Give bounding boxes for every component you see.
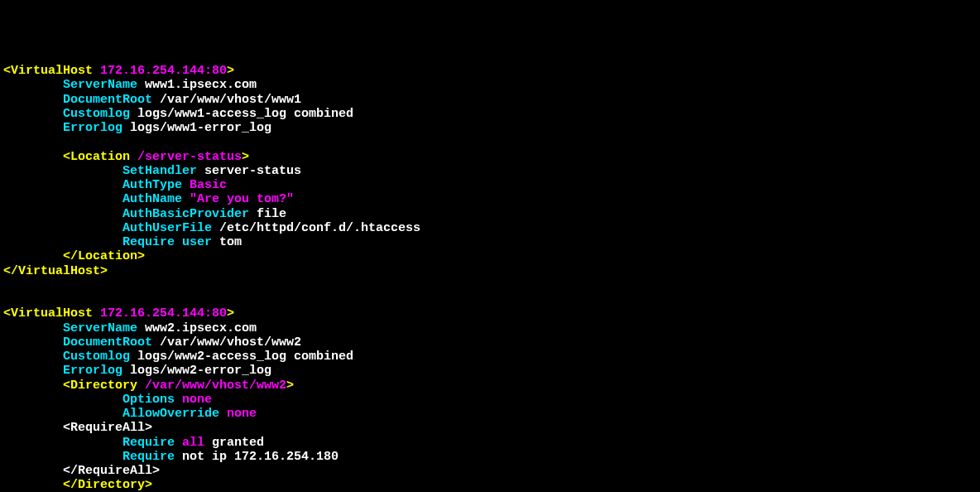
errorlog-line: Errorlog logs/www1-error_log — [3, 121, 271, 135]
documentroot-value: /var/www/vhost/www2 — [152, 335, 301, 350]
require-notip-line: Require not ip 172.16.254.180 — [3, 450, 339, 464]
location-open: <Location /server-status> — [3, 150, 249, 164]
require-value: tom — [212, 235, 242, 249]
allowoverride-value: none — [227, 407, 257, 421]
errorlog-value: logs/www1-error_log — [122, 121, 271, 135]
requireall-close: </RequireAll> — [3, 464, 160, 478]
require-key: Require — [122, 436, 182, 450]
customlog-line: Customlog logs/www2-access_log combined — [3, 350, 353, 364]
directory-close: </Directory> — [3, 478, 152, 492]
directory-close-tag: </Directory> — [63, 478, 152, 492]
documentroot-line: DocumentRoot /var/www/vhost/www1 — [3, 93, 301, 107]
documentroot-value: /var/www/vhost/www1 — [152, 93, 301, 107]
location-close-tag: </Location> — [63, 249, 145, 263]
angle-bracket: > — [286, 379, 294, 393]
angle-bracket: > — [227, 306, 234, 321]
virtualhost-tag: VirtualHost — [11, 64, 100, 78]
require-granted-line: Require all granted — [3, 436, 264, 450]
angle-bracket: < — [63, 150, 70, 164]
allowoverride-line: AllowOverride none — [3, 407, 257, 421]
requireall-close-tag: </RequireAll> — [63, 464, 160, 478]
options-value: none — [182, 393, 212, 407]
customlog-key: Customlog — [63, 350, 130, 364]
config-file: <VirtualHost 172.16.254.144:80> ServerNa… — [3, 64, 977, 492]
sethandler-line: SetHandler server-status — [3, 164, 301, 178]
authtype-value: Basic — [190, 178, 227, 192]
angle-bracket: < — [3, 64, 11, 78]
customlog-key: Customlog — [63, 107, 130, 121]
require-granted: granted — [204, 436, 264, 450]
virtualhost-tag: VirtualHost — [11, 306, 100, 321]
sethandler-key: SetHandler — [122, 164, 197, 178]
angle-bracket: < — [63, 379, 70, 393]
require-notip: not ip 172.16.254.180 — [175, 450, 339, 464]
vhost-ip: 172.16.254.144:80 — [100, 64, 227, 78]
errorlog-key: Errorlog — [63, 364, 122, 378]
servername-key: ServerName — [63, 321, 137, 335]
authname-key: AuthName — [122, 192, 190, 206]
servername-key: ServerName — [63, 78, 137, 92]
authuserfile-line: AuthUserFile /etc/httpd/conf.d/.htaccess — [3, 221, 420, 235]
directory-open: <Directory /var/www/vhost/www2> — [3, 379, 294, 393]
documentroot-key: DocumentRoot — [63, 93, 152, 107]
location-path: /server-status — [137, 150, 242, 164]
servername-line: ServerName www1.ipsecx.com — [3, 78, 257, 92]
servername-line: ServerName www2.ipsecx.com — [3, 321, 257, 335]
location-tag: Location — [70, 150, 137, 164]
angle-bracket: > — [242, 150, 249, 164]
allowoverride-key: AllowOverride — [122, 407, 227, 421]
require-key: Require user — [122, 235, 212, 249]
require-line: Require user tom — [3, 235, 242, 249]
angle-bracket: < — [3, 306, 11, 321]
customlog-line: Customlog logs/www1-access_log combined — [3, 107, 353, 121]
authtype-line: AuthType Basic — [3, 178, 227, 192]
authbasicprovider-key: AuthBasicProvider — [122, 207, 249, 221]
require-all: all — [182, 436, 204, 450]
authbasicprovider-value: file — [249, 207, 286, 221]
authuserfile-key: AuthUserFile — [122, 221, 212, 235]
vhost-ip: 172.16.254.144:80 — [100, 306, 227, 321]
customlog-value: logs/www1-access_log combined — [130, 107, 353, 121]
authtype-key: AuthType — [122, 178, 190, 192]
options-key: Options — [122, 393, 182, 407]
authbasicprovider-line: AuthBasicProvider file — [3, 207, 286, 221]
requireall-open: <RequireAll> — [3, 421, 152, 435]
servername-value: www2.ipsecx.com — [137, 321, 257, 335]
options-line: Options none — [3, 393, 212, 407]
errorlog-line: Errorlog logs/www2-error_log — [3, 364, 271, 378]
requireall-open-tag: <RequireAll> — [63, 421, 152, 435]
documentroot-line: DocumentRoot /var/www/vhost/www2 — [3, 335, 301, 350]
require-key: Require — [122, 450, 175, 464]
documentroot-key: DocumentRoot — [63, 335, 152, 350]
authname-line: AuthName "Are you tom?" — [3, 192, 294, 206]
angle-bracket: > — [227, 64, 234, 78]
vhost-2-open: <VirtualHost 172.16.254.144:80> — [3, 306, 234, 321]
virtualhost-close-tag: </VirtualHost> — [3, 264, 108, 278]
authuserfile-value: /etc/httpd/conf.d/.htaccess — [212, 221, 420, 235]
location-close: </Location> — [3, 249, 145, 263]
directory-tag: Directory — [70, 379, 145, 393]
vhost-1-close: </VirtualHost> — [3, 264, 108, 278]
sethandler-value: server-status — [197, 164, 301, 178]
vhost-1-open: <VirtualHost 172.16.254.144:80> — [3, 64, 234, 78]
authname-value: "Are you tom?" — [190, 192, 294, 206]
errorlog-key: Errorlog — [63, 121, 122, 135]
directory-path: /var/www/vhost/www2 — [145, 379, 286, 393]
customlog-value: logs/www2-access_log combined — [130, 350, 353, 364]
servername-value: www1.ipsecx.com — [137, 78, 257, 92]
errorlog-value: logs/www2-error_log — [122, 364, 271, 378]
